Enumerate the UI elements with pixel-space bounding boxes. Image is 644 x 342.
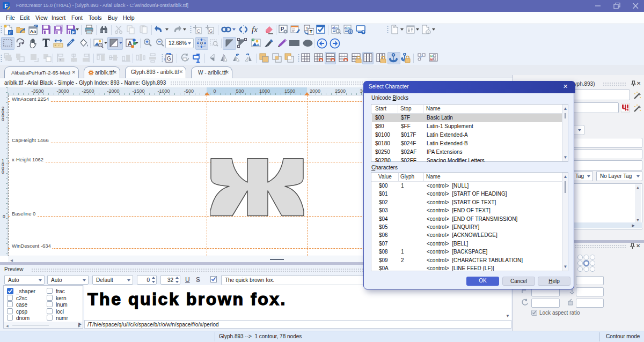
svg-text:Aa: Aa — [30, 29, 36, 34]
svg-text:T: T — [310, 29, 313, 34]
svg-text:F: F — [9, 31, 12, 35]
svg-text:G: G — [209, 28, 213, 34]
svg-text:F: F — [72, 30, 75, 35]
svg-text:C: C — [197, 28, 201, 34]
svg-text:fx: fx — [252, 25, 258, 34]
svg-text:F: F — [4, 3, 8, 9]
svg-text:M: M — [430, 58, 433, 61]
svg-text:A: A — [128, 40, 132, 47]
svg-text:G: G — [167, 56, 171, 62]
